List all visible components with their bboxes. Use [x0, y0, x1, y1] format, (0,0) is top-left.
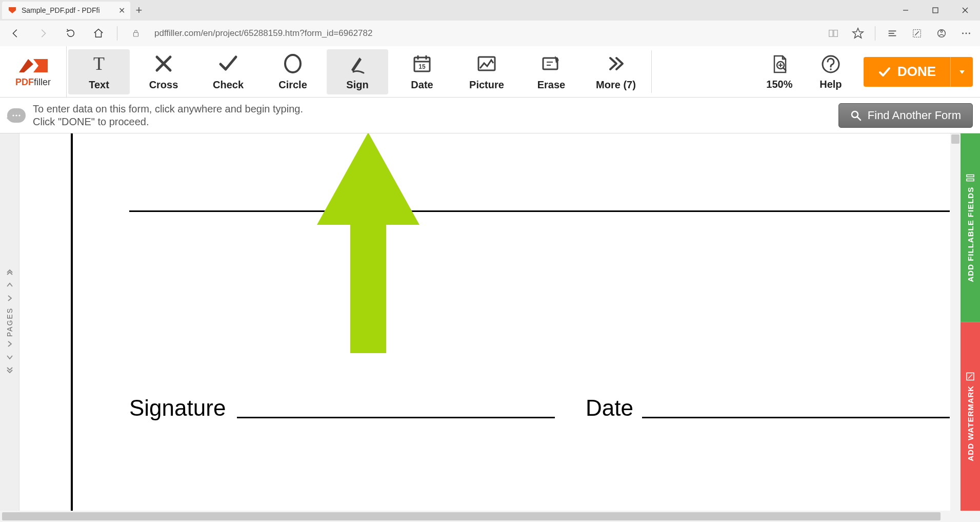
- svg-point-38: [12, 114, 14, 116]
- browser-chrome: Sample_PDF.pdf - PDFfi ✕ + pdffiller.com…: [0, 0, 980, 46]
- horizontal-scrollbar[interactable]: [0, 511, 980, 522]
- chevron-double-down-icon[interactable]: [6, 366, 14, 377]
- chevron-right-icon[interactable]: [6, 340, 14, 350]
- add-watermark-button[interactable]: ADD WATERMARK: [961, 322, 980, 511]
- close-window-button[interactable]: [950, 0, 980, 21]
- forward-button[interactable]: [34, 24, 52, 43]
- more-icon[interactable]: [958, 26, 974, 41]
- svg-marker-43: [317, 133, 419, 353]
- sign-icon: [346, 52, 369, 75]
- chevron-right-icon[interactable]: [6, 294, 14, 304]
- maximize-button[interactable]: [921, 0, 950, 21]
- tool-picture[interactable]: Picture: [456, 49, 517, 94]
- cross-icon: [152, 52, 175, 75]
- new-tab-button[interactable]: +: [130, 2, 148, 19]
- svg-rect-44: [967, 179, 974, 181]
- tool-date[interactable]: 15 Date: [391, 49, 453, 94]
- chevron-down-icon[interactable]: [6, 353, 14, 363]
- signature-label: Signature: [129, 395, 226, 421]
- tool-more[interactable]: More (7): [585, 49, 647, 94]
- tab-strip: Sample_PDF.pdf - PDFfi ✕ +: [0, 0, 980, 21]
- share-icon[interactable]: [934, 26, 949, 41]
- pages-rail[interactable]: PAGES: [0, 133, 19, 511]
- url-text[interactable]: pdffiller.com/en/project/65288159.htm?fo…: [154, 28, 372, 38]
- svg-rect-5: [134, 33, 138, 37]
- document-page[interactable]: Signature Date: [71, 133, 961, 511]
- done-wrap: DONE: [856, 46, 980, 97]
- scrollbar-thumb[interactable]: [951, 134, 959, 144]
- hint-text: To enter data on this form, click anywhe…: [33, 103, 303, 128]
- svg-marker-17: [33, 59, 48, 72]
- hint-bubble-icon: [7, 108, 26, 123]
- tool-circle[interactable]: Circle: [262, 49, 324, 94]
- svg-rect-28: [543, 58, 557, 69]
- chevron-up-icon[interactable]: [6, 281, 14, 291]
- window-controls: [891, 0, 980, 21]
- tool-text[interactable]: T Text: [68, 49, 130, 94]
- pages-label: PAGES: [6, 307, 14, 337]
- svg-rect-45: [967, 175, 974, 177]
- vertical-scrollbar[interactable]: [950, 133, 961, 511]
- done-check-icon: [878, 65, 891, 79]
- pdffiller-logo-text: PDFfiller: [15, 77, 51, 88]
- tool-check[interactable]: Check: [197, 49, 259, 94]
- tool-erase[interactable]: Erase: [521, 49, 582, 94]
- svg-point-13: [962, 33, 964, 34]
- svg-point-39: [15, 114, 17, 116]
- date-line[interactable]: [642, 417, 950, 418]
- document-canvas[interactable]: Signature Date: [19, 133, 961, 511]
- help-icon: [819, 53, 842, 75]
- scrollbar-thumb[interactable]: [2, 512, 941, 520]
- watermark-icon: [966, 372, 975, 381]
- notes-icon[interactable]: [909, 26, 925, 41]
- svg-point-21: [285, 55, 301, 72]
- tool-cross[interactable]: Cross: [133, 49, 194, 94]
- find-another-form-button[interactable]: Find Another Form: [838, 103, 973, 128]
- toolbar-separator: [651, 50, 652, 93]
- right-tool-group: 150% Help: [754, 46, 856, 97]
- annotation-arrow: [317, 133, 419, 353]
- favorite-icon[interactable]: [850, 26, 866, 41]
- help-button[interactable]: Help: [805, 49, 856, 94]
- minimize-button[interactable]: [891, 0, 921, 21]
- done-label: DONE: [897, 64, 936, 80]
- home-button[interactable]: [89, 24, 108, 43]
- zoom-control[interactable]: 150%: [754, 49, 805, 94]
- tab-title: Sample_PDF.pdf - PDFfi: [22, 6, 100, 14]
- tab-close-icon[interactable]: ✕: [118, 6, 125, 15]
- svg-point-36: [830, 68, 832, 70]
- svg-point-40: [18, 114, 20, 116]
- svg-text:15: 15: [418, 63, 426, 70]
- back-button[interactable]: [6, 24, 25, 43]
- chevron-double-up-icon[interactable]: [6, 267, 14, 278]
- add-fillable-fields-button[interactable]: ADD FILLABLE FIELDS: [961, 133, 980, 322]
- pdffiller-logo[interactable]: PDFfiller: [0, 46, 67, 97]
- reading-view-icon[interactable]: [826, 26, 841, 41]
- circle-icon: [282, 52, 304, 75]
- form-line[interactable]: [129, 210, 950, 212]
- text-icon: T: [88, 52, 110, 75]
- tool-sign[interactable]: Sign: [327, 49, 388, 94]
- address-bar-row: pdffiller.com/en/project/65288159.htm?fo…: [0, 21, 980, 46]
- lock-icon: [127, 24, 145, 43]
- hub-icon[interactable]: [885, 26, 900, 41]
- check-icon: [217, 52, 239, 75]
- app-toolbar: PDFfiller T Text Cross Check Circle Sign…: [0, 46, 980, 98]
- done-dropdown[interactable]: [950, 57, 973, 87]
- browser-tab[interactable]: Sample_PDF.pdf - PDFfi ✕: [2, 2, 130, 19]
- workspace: PAGES Signature Date ADD FILLABLE FIELDS…: [0, 133, 980, 522]
- svg-marker-37: [959, 70, 965, 74]
- refresh-button[interactable]: [62, 24, 80, 43]
- fields-icon: [966, 173, 975, 183]
- hint-row: To enter data on this form, click anywhe…: [0, 98, 980, 133]
- done-button[interactable]: DONE: [864, 57, 973, 87]
- pdffiller-favicon: [8, 6, 16, 14]
- svg-marker-0: [9, 7, 16, 13]
- signature-line[interactable]: [237, 417, 555, 418]
- right-rail: ADD FILLABLE FIELDS ADD WATERMARK: [961, 133, 980, 511]
- svg-line-47: [968, 374, 972, 378]
- svg-rect-2: [933, 8, 938, 13]
- pdffiller-logo-mark: [16, 56, 51, 75]
- svg-line-42: [857, 117, 861, 120]
- svg-text:T: T: [93, 53, 105, 74]
